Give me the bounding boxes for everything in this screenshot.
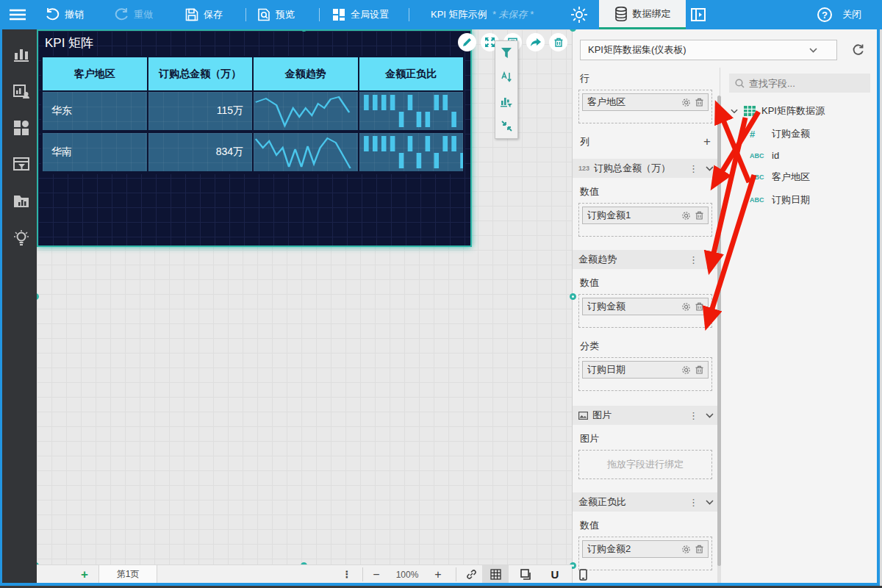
zoom-out-button[interactable]: −	[368, 565, 385, 584]
kpi-matrix-widget[interactable]: KPI 矩阵	[37, 29, 472, 247]
section-header-trend[interactable]: 金额趋势 ⋮	[573, 250, 720, 269]
field-item-id[interactable]: ABC id	[750, 150, 870, 161]
resource-folder-icon[interactable]	[12, 193, 30, 210]
layers-icon	[520, 569, 531, 580]
field-item-region[interactable]: ABC 客户地区	[750, 171, 870, 184]
chart-widget-icon[interactable]	[12, 46, 30, 63]
global-settings-button[interactable]: 全局设置	[332, 0, 389, 29]
row-shelf-dropzone[interactable]: 客户地区	[578, 90, 712, 123]
field-settings-gear-icon[interactable]	[681, 98, 691, 107]
add-page-button[interactable]: +	[75, 565, 94, 584]
chart-library-icon[interactable]	[12, 82, 30, 100]
field-remove-trash-icon[interactable]	[695, 545, 703, 553]
page-options-kebab-icon[interactable]: ⋮	[340, 565, 354, 584]
undo-history-button[interactable]: U	[545, 565, 564, 584]
col-header-posneg: 金额正负比	[359, 57, 465, 91]
redo-button[interactable]: 重做	[115, 0, 153, 29]
field-item-amount[interactable]: # 订购金额	[750, 127, 870, 140]
value-dropzone[interactable]: 订购金额2	[578, 537, 712, 570]
dataset-name: KPI矩阵数据集(仪表板)	[588, 43, 809, 57]
section-menu-kebab-icon[interactable]: ⋮	[686, 163, 701, 174]
field-chip[interactable]: 订购金额1	[582, 207, 709, 224]
field-remove-trash-icon[interactable]	[695, 302, 703, 311]
field-remove-trash-icon[interactable]	[695, 98, 703, 107]
field-settings-gear-icon[interactable]	[681, 302, 691, 312]
tree-expand-chevron-icon[interactable]	[731, 109, 738, 114]
help-button[interactable]: ?	[817, 0, 832, 29]
design-canvas[interactable]: KPI 矩阵	[37, 29, 572, 564]
section-collapse-chevron-icon[interactable]	[706, 413, 714, 418]
filter-component-icon[interactable]	[12, 156, 30, 173]
section-header-amount[interactable]: 123 订购总金额（万） ⋮	[573, 159, 720, 178]
app-window: 撤销 重做 保存 预览 全局设置 KPI 矩阵示例 * 未保存 *	[0, 0, 882, 588]
insight-lightbulb-icon[interactable]	[12, 229, 30, 247]
chart-filter-icon[interactable]	[501, 96, 512, 107]
scrollbar-thumb[interactable]	[717, 96, 721, 566]
layers-button[interactable]	[516, 565, 535, 584]
widget-tools-flyout	[495, 40, 518, 139]
sort-icon[interactable]	[501, 71, 512, 83]
components-icon[interactable]	[12, 119, 30, 137]
resize-handle-e[interactable]	[570, 293, 576, 300]
undo-button[interactable]: 撤销	[46, 0, 84, 29]
field-settings-gear-icon[interactable]	[681, 545, 691, 554]
image-dropzone[interactable]: 拖放字段进行绑定	[578, 450, 712, 479]
filter-icon[interactable]	[501, 48, 512, 58]
region-cell: 华南	[42, 132, 148, 173]
widget-edit-button[interactable]	[458, 33, 476, 51]
dataset-select[interactable]: KPI矩阵数据集(仪表板)	[580, 40, 837, 60]
save-label: 保存	[204, 8, 223, 21]
section-menu-kebab-icon[interactable]: ⋮	[686, 497, 701, 508]
share-arrow-icon	[531, 38, 541, 47]
section-header-image[interactable]: 图片 ⋮	[573, 406, 720, 425]
preview-button[interactable]: 预览	[257, 0, 295, 29]
section-collapse-chevron-icon[interactable]	[706, 257, 714, 262]
page-tab[interactable]: 第1页	[98, 565, 157, 584]
section-menu-kebab-icon[interactable]: ⋮	[686, 254, 701, 265]
field-chip[interactable]: 订购日期	[582, 361, 709, 379]
field-settings-gear-icon[interactable]	[681, 211, 691, 220]
refresh-icon[interactable]	[852, 43, 864, 56]
close-button[interactable]: 关闭	[842, 0, 861, 29]
widget-share-button[interactable]	[526, 33, 545, 51]
category-dropzone[interactable]: 订购日期	[578, 357, 712, 391]
field-search[interactable]	[729, 74, 870, 93]
field-chip[interactable]: 订购金额	[582, 298, 709, 315]
trend-sparkline	[254, 92, 358, 130]
section-collapse-chevron-icon[interactable]	[706, 500, 714, 505]
section-header-posneg[interactable]: 金额正负比 ⋮	[573, 492, 720, 512]
widget-delete-button[interactable]	[549, 33, 567, 51]
slot-label: 图片	[580, 432, 712, 445]
link-button[interactable]	[462, 565, 481, 584]
zoom-in-button[interactable]: +	[429, 565, 447, 584]
column-shelf-label: 列	[580, 135, 703, 148]
hamburger-menu-button[interactable]	[10, 0, 26, 29]
binding-scrollbar[interactable]	[717, 96, 721, 583]
mobile-preview-button[interactable]	[573, 565, 592, 584]
field-chip-region[interactable]: 客户地区	[582, 93, 709, 111]
section-menu-kebab-icon[interactable]: ⋮	[686, 410, 701, 421]
field-search-input[interactable]	[749, 78, 852, 89]
grid-view-button[interactable]	[482, 565, 509, 584]
field-item-date[interactable]: ABC 订购日期	[750, 193, 870, 207]
numeric-123-icon: 123	[578, 165, 589, 172]
collapse-icon[interactable]	[501, 121, 512, 132]
field-settings-gear-icon[interactable]	[681, 365, 691, 375]
field-chip[interactable]: 订购金额2	[582, 540, 709, 558]
datasource-tree-node[interactable]: KPI矩阵数据源	[731, 104, 870, 118]
value-dropzone[interactable]: 订购金额1	[578, 203, 712, 237]
row-shelf-label: 行	[580, 72, 712, 85]
field-chip-label: 订购日期	[587, 363, 677, 376]
settings-gear-button[interactable]	[570, 0, 588, 29]
section-collapse-chevron-icon[interactable]	[706, 166, 714, 171]
value-dropzone[interactable]: 订购金额	[578, 294, 712, 328]
add-column-button[interactable]: +	[703, 137, 711, 147]
expand-arrows-icon	[485, 37, 495, 47]
field-remove-trash-icon[interactable]	[695, 365, 703, 374]
left-sidebar	[0, 29, 37, 588]
panel-toggle-button[interactable]	[691, 0, 706, 29]
tab-data-binding[interactable]: 数据绑定	[599, 0, 686, 29]
save-button[interactable]: 保存	[185, 0, 223, 29]
field-remove-trash-icon[interactable]	[695, 211, 703, 220]
bottombar-separator	[456, 567, 456, 581]
